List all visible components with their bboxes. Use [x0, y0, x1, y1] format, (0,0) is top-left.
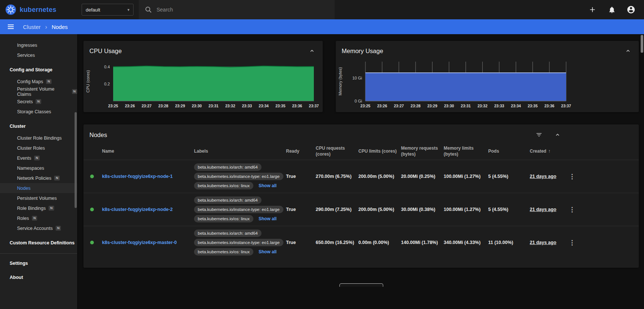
sidebar-nav: Ingresses Services Config and Storage Co…: [0, 34, 77, 309]
sidebar-item-roles[interactable]: RolesN: [0, 213, 77, 223]
svg-text:23:33: 23:33: [242, 104, 252, 108]
clipped-bottom-widget[interactable]: [339, 283, 383, 287]
main-content: CPU Usage 0.20.423:2523:2623:2723:2823:2…: [77, 34, 644, 309]
sidebar-item-services[interactable]: Services: [0, 50, 77, 60]
sidebar-item-nodes[interactable]: Nodes: [0, 183, 77, 193]
search-icon: [145, 6, 152, 13]
sidebar-item-storage-classes[interactable]: Storage Classes: [0, 107, 77, 117]
memory-card-header: Memory Usage: [336, 41, 639, 58]
namespace-selector[interactable]: default ▾: [82, 4, 134, 16]
namespaced-badge: N: [46, 79, 52, 84]
sidebar-item-label: Persistent Volume Claims: [17, 87, 69, 97]
chevron-up-icon: [625, 48, 631, 54]
app-header-bar: Cluster › Nodes: [0, 19, 644, 34]
sidebar-item-label: Cluster Roles: [17, 146, 45, 151]
node-cpu-requests-value: 650.00m (16.25%): [316, 240, 358, 245]
node-name-link[interactable]: k8s-cluster-fxqgiyize6xp-node-2: [102, 207, 172, 212]
row-menu-button[interactable]: ⋮: [567, 205, 578, 214]
kubernetes-brand[interactable]: kubernetes: [0, 4, 76, 15]
sidebar-item-role-bindings[interactable]: Role BindingsN: [0, 203, 77, 213]
search-bar[interactable]: [139, 0, 335, 19]
cpu-usage-chart[interactable]: 0.20.423:2523:2623:2723:2823:2923:3023:3…: [83, 58, 323, 110]
sidebar-item-label: Roles: [17, 216, 29, 221]
show-all-labels-link[interactable]: Show all: [259, 183, 277, 188]
page-scrollbar-thumb[interactable]: [641, 35, 643, 53]
svg-text:0 Gi: 0 Gi: [355, 99, 362, 103]
col-header-labels[interactable]: Labels: [194, 149, 286, 154]
collapse-button[interactable]: [307, 46, 317, 56]
sidebar-item-label: Ingresses: [17, 43, 37, 48]
sidebar-item-about[interactable]: About: [0, 273, 77, 282]
sidebar-item-namespaces[interactable]: Namespaces: [0, 163, 77, 173]
sidebar-item-settings[interactable]: Settings: [0, 259, 77, 268]
sidebar-item-persistent-volume-claims[interactable]: Persistent Volume ClaimsN: [0, 87, 77, 97]
svg-text:23:33: 23:33: [494, 104, 504, 108]
col-header-created[interactable]: Created↑: [530, 149, 565, 154]
node-created-value: 21 days ago: [530, 240, 556, 245]
brand-title: kubernetes: [20, 6, 56, 14]
notifications-button[interactable]: [607, 5, 617, 14]
nodes-card-title: Nodes: [89, 131, 107, 139]
sidebar-item-cluster-role-bindings[interactable]: Cluster Role Bindings: [0, 133, 77, 143]
collapse-button[interactable]: [553, 130, 562, 140]
sidebar-section-config-and-storage[interactable]: Config and Storage: [0, 65, 77, 74]
create-resource-button[interactable]: [588, 5, 597, 14]
row-menu-button[interactable]: ⋮: [567, 238, 578, 247]
menu-toggle-button[interactable]: [6, 22, 16, 32]
sidebar-section-label: Config and Storage: [10, 67, 52, 72]
sidebar-item-secrets[interactable]: SecretsN: [0, 97, 77, 107]
sidebar-item-label: Service Accounts: [17, 226, 53, 231]
svg-text:23:30: 23:30: [192, 104, 202, 108]
row-menu-button[interactable]: ⋮: [567, 172, 578, 181]
col-header-memory-limits[interactable]: Memory limits (bytes): [444, 146, 488, 157]
sidebar-item-service-accounts[interactable]: Service AccountsN: [0, 223, 77, 233]
svg-text:23:28: 23:28: [411, 104, 421, 108]
memory-usage-chart[interactable]: 0 Gi10 Gi23:2523:2623:2723:2823:2923:302…: [336, 58, 575, 110]
sidebar-item-custom-resource-definitions[interactable]: Custom Resource Definitions: [0, 238, 77, 247]
namespaced-badge: N: [49, 206, 54, 211]
node-label-chip: beta.kubernetes.io/arch: amd64: [194, 163, 262, 171]
node-name-link[interactable]: k8s-cluster-fxqgiyize6xp-master-0: [102, 240, 177, 245]
sidebar-item-persistent-volumes[interactable]: Persistent Volumes: [0, 193, 77, 203]
sidebar-item-events[interactable]: EventsN: [0, 153, 77, 163]
col-header-cpu-requests[interactable]: CPU requests (cores): [316, 146, 358, 157]
node-pods-value: 5 (4.55%): [488, 174, 530, 179]
node-cpu-limits-value: 200.00m (5.00%): [358, 207, 401, 212]
svg-text:23:37: 23:37: [561, 104, 571, 108]
show-all-labels-link[interactable]: Show all: [259, 216, 277, 221]
breadcrumb-cluster-link[interactable]: Cluster: [23, 24, 41, 30]
svg-text:CPU (cores): CPU (cores): [86, 70, 90, 93]
collapse-button[interactable]: [623, 46, 633, 56]
col-header-pods[interactable]: Pods: [488, 149, 530, 154]
sidebar-item-label: Network Policies: [17, 176, 51, 181]
node-label-chip: beta.kubernetes.io/arch: amd64: [194, 230, 262, 237]
sidebar-item-label: Nodes: [17, 186, 30, 191]
node-ready-value: True: [286, 207, 316, 212]
col-header-cpu-limits[interactable]: CPU limits (cores): [358, 149, 401, 154]
chevron-up-icon: [309, 48, 315, 54]
account-button[interactable]: [626, 5, 636, 14]
node-ready-status-icon: [90, 175, 94, 178]
sidebar-item-network-policies[interactable]: Network PoliciesN: [0, 173, 77, 183]
sidebar-item-config-maps[interactable]: Config MapsN: [0, 77, 77, 87]
show-all-labels-link[interactable]: Show all: [259, 249, 277, 254]
sidebar-item-cluster-roles[interactable]: Cluster Roles: [0, 143, 77, 153]
col-header-name[interactable]: Name: [102, 149, 194, 154]
svg-text:23:34: 23:34: [511, 104, 521, 108]
sidebar-scrollbar-thumb[interactable]: [75, 112, 77, 208]
node-label-chip: beta.kubernetes.io/instance-type: eo1.la…: [194, 173, 283, 180]
col-header-ready[interactable]: Ready: [286, 149, 316, 154]
node-memory-limits-value: 100.00Mi (1.27%): [444, 207, 488, 212]
sidebar-section-cluster[interactable]: Cluster: [0, 122, 77, 131]
node-cpu-requests-value: 270.00m (6.75%): [316, 174, 358, 179]
cpu-usage-card: CPU Usage 0.20.423:2523:2623:2723:2823:2…: [83, 41, 323, 112]
svg-text:23:32: 23:32: [225, 104, 235, 108]
search-input[interactable]: [157, 7, 329, 13]
node-label-chip: beta.kubernetes.io/os: linux: [194, 215, 253, 222]
filter-button[interactable]: [534, 130, 544, 140]
account-circle-icon: [627, 5, 635, 14]
col-header-memory-requests[interactable]: Memory requests (bytes): [401, 146, 444, 157]
node-name-link[interactable]: k8s-cluster-fxqgiyize6xp-node-1: [102, 174, 172, 179]
sidebar-item-ingresses[interactable]: Ingresses: [0, 40, 77, 50]
table-row: k8s-cluster-fxqgiyize6xp-master-0 beta.k…: [83, 226, 639, 259]
